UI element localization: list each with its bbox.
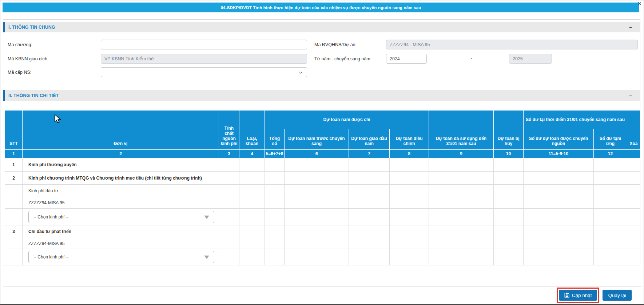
empty-cell [390,238,429,249]
empty-cell [594,197,627,209]
save-icon [564,293,569,298]
table-row: 2 Kinh phí chương trình MTQG và Chương t… [5,172,640,185]
empty-cell [627,158,640,172]
row-stt [5,238,23,249]
empty-cell [627,172,640,185]
col-number: 4 [239,150,265,158]
empty-cell [349,238,390,249]
empty-cell [594,238,627,249]
empty-cell [239,172,265,185]
empty-cell [494,249,524,265]
col-number: 7 [349,150,390,158]
empty-cell [594,172,627,185]
back-button-label: Quay lại [608,293,626,298]
empty-cell [265,225,285,238]
collapse-icon[interactable]: – [629,94,632,97]
dialog-window: 04-SDKP/ĐVDT Tình hình thực hiện dự toán… [0,0,644,305]
update-button[interactable]: Cập nhật [559,290,597,301]
empty-cell [285,172,349,185]
empty-cell [524,225,594,238]
ma-kbnn-label: Mã KBNN giao dịch: [8,56,49,61]
empty-cell [494,185,524,197]
empty-cell [390,197,429,209]
ma-chuong-input[interactable] [101,40,307,49]
empty-cell [265,185,285,197]
row-don-vi: ZZZZZ94-MISA 95 [23,238,219,249]
back-button[interactable]: Quay lại [603,290,632,301]
col-header-don-vi: Đơn vị [23,111,219,150]
col-number [627,150,640,158]
group-header-du-toan-nam-duoc-chi: Dự toán năm được chi [265,111,429,129]
year-from-input[interactable] [386,54,427,64]
collapse-icon[interactable]: – [629,25,632,29]
row-stt: 2 [5,172,23,185]
empty-cell [429,197,494,209]
empty-cell [524,249,594,265]
kinh-phi-select[interactable]: -- Chọn kinh phí -- [28,251,214,263]
table-row: 1 Kinh phí thường xuyên [5,158,640,172]
empty-cell [219,197,239,209]
empty-cell [219,209,239,225]
empty-cell [239,238,265,249]
column-number-row: 1 2 3 4 5=6+7+8 6 7 8 9 10 11=5-9-10 12 [5,150,640,158]
empty-cell [219,238,239,249]
col-header-duoc-chuyen-nguon: Số dư dự toán được chuyển nguồn [524,129,594,150]
empty-cell [594,249,627,265]
empty-cell [494,225,524,238]
kinh-phi-select[interactable]: -- Chọn kinh phí -- [28,211,214,223]
empty-cell [349,172,390,185]
ma-cap-ns-select[interactable] [101,67,307,77]
empty-cell [285,209,349,225]
row-don-vi: Kinh phí thường xuyên [23,158,219,172]
col-number: 11=5-9-10 [524,150,594,158]
col-header-xoa: Xóa [627,111,640,150]
close-icon[interactable]: ✕ [637,1,642,6]
empty-cell [429,158,494,172]
col-number: 2 [23,150,219,158]
empty-cell [265,209,285,225]
row-don-vi: -- Chọn kinh phí -- [23,249,219,265]
empty-cell [494,197,524,209]
empty-cell [429,249,494,265]
year-to-input [509,54,552,64]
empty-cell [524,197,594,209]
empty-cell [239,185,265,197]
chevron-down-icon [299,70,303,74]
row-stt: 1 [5,158,23,172]
empty-cell [627,197,640,209]
empty-cell [524,172,594,185]
empty-cell [239,209,265,225]
empty-cell [429,172,494,185]
empty-cell [429,209,494,225]
col-number: 3 [219,150,239,158]
year-range-separator: - [471,56,472,61]
empty-cell [594,185,627,197]
empty-cell [627,225,640,238]
empty-cell [349,225,390,238]
section-detail-header: II. THÔNG TIN CHI TIẾT – [3,90,640,101]
empty-cell [524,238,594,249]
group-header-so-du: Số dư tại thời điểm 31/01 chuyển sang nă… [524,111,627,129]
ma-chuong-label: Mã chương: [8,42,32,47]
empty-cell [349,209,390,225]
table-row: -- Chọn kinh phí -- [5,209,640,225]
col-header-tinh-chat: Tính chất nguồn kinh phí [219,111,239,150]
dropdown-caret-icon [204,256,209,259]
empty-cell [285,197,349,209]
row-don-vi: Kinh phí đầu tư [23,185,219,197]
kinh-phi-select-placeholder: -- Chọn kinh phí -- [33,254,69,260]
col-number: 8 [390,150,429,158]
empty-cell [494,172,524,185]
empty-cell [285,249,349,265]
row-stt [5,249,23,265]
col-header-tong-so: Tổng số [265,129,285,150]
empty-cell [219,172,239,185]
col-number: 10 [494,150,524,158]
col-header-dieu-chinh: Dự toán điều chỉnh [390,129,429,150]
empty-cell [219,225,239,238]
footer-bar: Cập nhật Quay lại [3,286,641,304]
empty-cell [429,238,494,249]
col-header-stt: STT [5,111,23,150]
empty-cell [285,158,349,172]
section-general-title: I. THÔNG TIN CHUNG [5,25,55,30]
